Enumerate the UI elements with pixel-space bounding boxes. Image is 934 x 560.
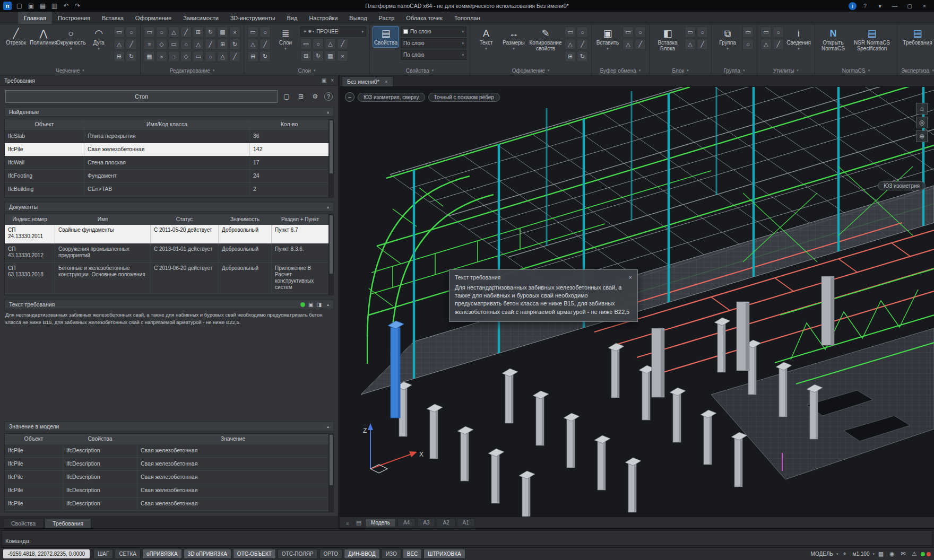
ribbon-tool-icon[interactable]: △: [217, 51, 228, 62]
ribbon-tool-icon[interactable]: ○: [156, 27, 167, 38]
close-button[interactable]: ×: [918, 1, 931, 11]
viewport-menu-button[interactable]: −: [345, 92, 354, 102]
layout-tab-a2[interactable]: A2: [437, 518, 455, 527]
info-tool-button[interactable]: i Сведения ▾: [786, 27, 811, 52]
maximize-button[interactable]: ▢: [903, 1, 916, 11]
value-row[interactable]: IfcPile IfcDescription Свая железобетонн…: [5, 484, 328, 497]
ribbon-tool-icon[interactable]: ↻: [260, 51, 271, 62]
menu-tab-9[interactable]: Растр: [373, 12, 401, 24]
ribbon-tool-icon[interactable]: ↻: [229, 39, 240, 50]
ribbon-tool-icon[interactable]: ▭: [193, 51, 204, 62]
table-view-icon[interactable]: ⊞: [296, 91, 306, 102]
warnings-icon[interactable]: ⚠: [910, 550, 919, 557]
ribbon-tool-icon[interactable]: ╱: [635, 39, 646, 50]
ribbon-tool-icon[interactable]: ⊞: [300, 50, 312, 62]
orbit-icon[interactable]: ◎: [916, 117, 928, 128]
ribbon-group-label-clipboard[interactable]: Буфер обмена▾: [592, 66, 649, 75]
panel-help-icon[interactable]: ?: [324, 92, 333, 101]
section-model-values[interactable]: Значение в модели ▴: [4, 422, 334, 431]
menu-tab-2[interactable]: Вставка: [96, 12, 129, 24]
ribbon-tool-icon[interactable]: ○: [180, 39, 192, 50]
status-toggle-osnap3d[interactable]: 3D оПРИВЯЗКА: [184, 549, 231, 559]
visual-style-pill[interactable]: Точный с показом рёбер: [428, 93, 500, 102]
ribbon-tool-icon[interactable]: ▦: [325, 50, 336, 62]
status-toggle-hatch[interactable]: ШТРИХОВКА: [423, 549, 465, 559]
value-row[interactable]: IfcPile IfcDescription Свая железобетонн…: [5, 471, 328, 484]
ribbon-tool-icon[interactable]: ○: [577, 27, 588, 38]
open-file-icon[interactable]: ▣: [27, 2, 35, 10]
panel-close-icon[interactable]: ×: [331, 77, 334, 83]
ribbon-tool-icon[interactable]: ⊞: [114, 51, 125, 62]
ribbon-group-label-layers[interactable]: Слои▾: [244, 66, 369, 75]
clean-screen-icon[interactable]: ◉: [887, 550, 897, 557]
tab-requirements[interactable]: Требования: [45, 518, 91, 528]
ribbon-tool-icon[interactable]: △: [760, 39, 772, 50]
ribbon-tool-icon[interactable]: ▦: [144, 51, 155, 62]
scrollbar-thumb[interactable]: [330, 215, 333, 274]
tab-close-icon[interactable]: ×: [385, 79, 388, 85]
info-icon[interactable]: i: [849, 2, 857, 10]
ribbon-tool-icon[interactable]: △: [247, 39, 258, 50]
status-toggle-polar[interactable]: ОТС-ПОЛЯР: [278, 549, 318, 559]
ribbon-tool-icon[interactable]: △: [685, 39, 696, 50]
ribbon-tool-icon[interactable]: △: [168, 27, 179, 38]
pin-icon[interactable]: ▣: [322, 77, 326, 83]
menu-tab-5[interactable]: 3D-инструменты: [224, 12, 281, 24]
ribbon-tool-icon[interactable]: ▭: [760, 27, 772, 38]
concrete-column[interactable]: [652, 328, 664, 397]
status-toggle-step[interactable]: ШАГ: [93, 549, 113, 559]
ribbon-tool-icon[interactable]: ▭: [622, 27, 634, 38]
messages-icon[interactable]: ✉: [898, 550, 908, 557]
found-row[interactable]: IfcWall Стена плоская 17: [5, 156, 328, 170]
column-header[interactable]: Имя: [55, 214, 151, 224]
properties-button[interactable]: ▤ Свойства: [373, 27, 399, 47]
document-row-selected[interactable]: СП 24.13330.2011 Свайные фундаменты С 20…: [5, 225, 328, 244]
menu-tab-1[interactable]: Построения: [52, 12, 96, 24]
ribbon-group-label-group[interactable]: Группа▾: [712, 66, 757, 75]
column-header[interactable]: Свойства: [63, 434, 137, 444]
ribbon-tool-icon[interactable]: ○: [635, 27, 646, 38]
linetype-select[interactable]: По слою▾: [401, 38, 466, 48]
ribbon-tool-icon[interactable]: ↻: [313, 50, 324, 62]
column-header[interactable]: Статус: [151, 214, 219, 224]
ribbon-tool-icon[interactable]: ≡: [168, 51, 179, 62]
view-orientation-pill[interactable]: ЮЗ изометрия, сверху: [358, 93, 425, 102]
concrete-column[interactable]: [821, 276, 834, 345]
status-toggle-grid[interactable]: СЕТКА: [115, 549, 141, 559]
found-row[interactable]: IfcSlab Плита перекрытия 36: [5, 130, 328, 143]
layout-tab-a4[interactable]: A4: [397, 518, 416, 527]
undo-icon[interactable]: ↶: [62, 2, 70, 10]
model-canvas[interactable]: Z X − ЮЗ изометрия, сверху Точный с пока…: [340, 87, 934, 517]
ribbon-tool-icon[interactable]: ╱: [337, 38, 348, 49]
ribbon-tool-icon[interactable]: ╱: [126, 39, 137, 50]
ribbon-tool-icon[interactable]: ╱: [180, 27, 192, 38]
open-normacs-button[interactable]: N Открыть NormaCS: [818, 27, 848, 53]
home-view-icon[interactable]: ⌂: [916, 103, 928, 115]
concrete-column[interactable]: [737, 302, 749, 371]
status-toggle-lineweight[interactable]: ВЕС: [403, 549, 422, 559]
menu-tab-11[interactable]: Топоплан: [448, 12, 486, 24]
ribbon-tool-icon[interactable]: ╱: [260, 39, 271, 50]
lineweight-select[interactable]: По слою▾: [401, 50, 466, 60]
pin2-icon[interactable]: ◨: [317, 302, 322, 308]
layout-tab-a3[interactable]: A3: [417, 518, 435, 527]
value-row[interactable]: IfcPile IfcDescription Свая железобетонн…: [5, 444, 328, 458]
section-found[interactable]: Найденные ▴: [4, 107, 334, 117]
ribbon-tool-icon[interactable]: ×: [229, 27, 240, 38]
scrollbar-thumb[interactable]: [330, 120, 333, 173]
ribbon-tool-icon[interactable]: ╱: [697, 39, 708, 50]
layout-tab-model[interactable]: Модель: [365, 518, 396, 527]
arc-tool-button[interactable]: ◠ Дуга ▾: [86, 27, 111, 52]
redo-icon[interactable]: ↷: [74, 2, 82, 10]
menu-tab-8[interactable]: Вывод: [343, 12, 373, 24]
scrollbar-thumb[interactable]: [330, 435, 333, 485]
group-button[interactable]: ⧉ Группа ▾: [715, 27, 740, 52]
ribbon-tool-icon[interactable]: ×: [337, 50, 348, 62]
document-row[interactable]: СП 63.13330.2018 Бетонные и железобетонн…: [5, 263, 328, 294]
layout-preview-icon[interactable]: ▤: [354, 519, 364, 526]
menu-tab-6[interactable]: Вид: [281, 12, 303, 24]
command-box[interactable]: Команда:: [2, 530, 932, 546]
status-toggle-osnap[interactable]: оПРИВЯЗКА: [142, 549, 182, 559]
ribbon-group-label-drawing[interactable]: Черчение▾: [0, 66, 140, 75]
layer-select[interactable]: ☀ ✱ ▪ ПРОЧЕЕ ▾: [300, 27, 366, 37]
